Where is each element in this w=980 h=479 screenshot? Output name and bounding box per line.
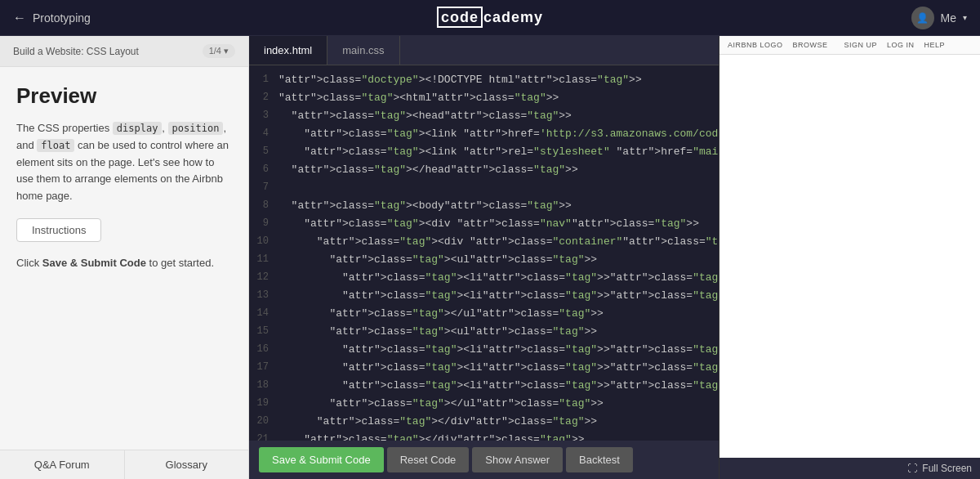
line-content: "attr">class="tag"><link "attr">rel="sty… bbox=[278, 144, 719, 161]
sidebar-header: Build a Website: CSS Layout 1/4 ▾ bbox=[0, 36, 248, 67]
line-number: 4 bbox=[249, 126, 278, 141]
code-line: 8 "attr">class="tag"><body"attr">class="… bbox=[249, 198, 719, 216]
preview-nav: AIRBNB LOGO BROWSE SIGN UP LOG IN HELP bbox=[719, 36, 980, 55]
sidebar-content: Preview The CSS properties display, posi… bbox=[0, 67, 248, 450]
instruction-text2: to get started. bbox=[146, 257, 214, 269]
line-number: 1 bbox=[249, 72, 278, 87]
desc-text2: , bbox=[162, 122, 167, 134]
fullscreen-icon: ⛶ bbox=[907, 463, 917, 474]
line-content: "attr">class="tag"></div"attr">class="ta… bbox=[278, 432, 719, 441]
preview-browse-link[interactable]: BROWSE bbox=[793, 41, 828, 49]
code-area: index.html main.css 1"attr">class="docty… bbox=[249, 36, 719, 479]
line-content: "attr">class="tag"><li"attr">class="tag"… bbox=[278, 288, 719, 305]
line-content: "attr">class="tag"><ul"attr">class="tag"… bbox=[278, 324, 719, 341]
code-line: 5 "attr">class="tag"><link "attr">rel="s… bbox=[249, 144, 719, 162]
line-number: 3 bbox=[249, 108, 278, 123]
code-editor[interactable]: 1"attr">class="doctype"><!DOCTYPE html"a… bbox=[249, 65, 719, 441]
tab-index-html[interactable]: index.html bbox=[249, 36, 327, 65]
line-content: "attr">class="tag"><link "attr">href='ht… bbox=[278, 126, 719, 143]
line-content: "attr">class="tag"></ul"attr">class="tag… bbox=[278, 396, 719, 413]
line-content: "attr">class="tag"><li"attr">class="tag"… bbox=[278, 342, 719, 359]
code-line: 13 "attr">class="tag"><li"attr">class="t… bbox=[249, 288, 719, 306]
instructions-button[interactable]: Instructions bbox=[16, 218, 101, 242]
line-number: 6 bbox=[249, 162, 278, 177]
line-number: 10 bbox=[249, 234, 278, 249]
line-content: "attr">class="tag"><body"attr">class="ta… bbox=[278, 198, 719, 215]
preview-content: AIRBNB LOGO BROWSE SIGN UP LOG IN HELP bbox=[719, 36, 980, 458]
reset-button[interactable]: Reset Code bbox=[387, 447, 470, 472]
line-number: 21 bbox=[249, 432, 278, 441]
back-arrow-icon: ← bbox=[13, 11, 26, 25]
line-content: "attr">class="tag"></div"attr">class="ta… bbox=[278, 414, 719, 431]
code-line: 18 "attr">class="tag"><li"attr">class="t… bbox=[249, 378, 719, 396]
code-line: 11 "attr">class="tag"><ul"attr">class="t… bbox=[249, 252, 719, 270]
line-content: "attr">class="tag"><html"attr">class="ta… bbox=[278, 90, 719, 107]
line-content: "attr">class="tag"><head"attr">class="ta… bbox=[278, 108, 719, 125]
line-content: "attr">class="doctype"><!DOCTYPE html"at… bbox=[278, 72, 719, 89]
code-line: 20 "attr">class="tag"></div"attr">class=… bbox=[249, 414, 719, 432]
user-dropdown-arrow-icon[interactable]: ▾ bbox=[963, 13, 967, 22]
code-line: 17 "attr">class="tag"><li"attr">class="t… bbox=[249, 360, 719, 378]
fullscreen-label: Full Screen bbox=[922, 463, 972, 474]
line-content: "attr">class="tag"><div "attr">class="co… bbox=[278, 234, 719, 251]
line-content: "attr">class="tag"></head"attr">class="t… bbox=[278, 162, 719, 179]
instruction-text1: Click bbox=[16, 257, 42, 269]
top-nav: ← Prototyping codecademy 👤 Me ▾ bbox=[0, 0, 980, 36]
sidebar-section-title: Preview bbox=[16, 83, 232, 109]
line-number: 15 bbox=[249, 324, 278, 339]
code-line: 2"attr">class="tag"><html"attr">class="t… bbox=[249, 90, 719, 108]
codecademy-logo: codecademy bbox=[437, 9, 543, 25]
preview-help-link[interactable]: HELP bbox=[924, 41, 946, 49]
code-line: 16 "attr">class="tag"><li"attr">class="t… bbox=[249, 342, 719, 360]
line-number: 12 bbox=[249, 270, 278, 285]
preview-signup-link[interactable]: SIGN UP bbox=[844, 41, 878, 49]
logo-container: codecademy bbox=[437, 9, 543, 26]
show-answer-button[interactable]: Show Answer bbox=[472, 447, 563, 472]
code-line: 3 "attr">class="tag"><head"attr">class="… bbox=[249, 108, 719, 126]
line-content: "attr">class="tag"><li"attr">class="tag"… bbox=[278, 378, 719, 395]
line-number: 11 bbox=[249, 252, 278, 267]
back-nav[interactable]: ← Prototyping bbox=[13, 11, 91, 25]
user-avatar: 👤 bbox=[911, 7, 934, 29]
sidebar-description: The CSS properties display, position, an… bbox=[16, 120, 232, 205]
left-sidebar: Build a Website: CSS Layout 1/4 ▾ Previe… bbox=[0, 36, 249, 479]
line-number: 8 bbox=[249, 198, 278, 213]
tab-main-css[interactable]: main.css bbox=[327, 36, 399, 65]
submit-button[interactable]: Save & Submit Code bbox=[259, 447, 384, 472]
line-number: 2 bbox=[249, 90, 278, 105]
line-number: 18 bbox=[249, 378, 278, 393]
code-line: 1"attr">class="doctype"><!DOCTYPE html"a… bbox=[249, 72, 719, 90]
line-content: "attr">class="tag"></ul"attr">class="tag… bbox=[278, 306, 719, 323]
desc-text1: The CSS properties bbox=[16, 122, 113, 134]
preview-airbnb-logo[interactable]: AIRBNB LOGO bbox=[728, 41, 783, 49]
line-number: 14 bbox=[249, 306, 278, 321]
code-line: 12 "attr">class="tag"><li"attr">class="t… bbox=[249, 270, 719, 288]
preview-panel: AIRBNB LOGO BROWSE SIGN UP LOG IN HELP ⛶… bbox=[719, 36, 980, 479]
line-content: "attr">class="tag"><ul"attr">class="tag"… bbox=[278, 252, 719, 269]
fullscreen-bar[interactable]: ⛶ Full Screen bbox=[719, 458, 980, 479]
code-line: 6 "attr">class="tag"></head"attr">class=… bbox=[249, 162, 719, 180]
main-content: Build a Website: CSS Layout 1/4 ▾ Previe… bbox=[0, 36, 980, 479]
preview-nav-right: SIGN UP LOG IN HELP bbox=[844, 41, 946, 49]
line-number: 13 bbox=[249, 288, 278, 303]
bottom-bar: Save & Submit Code Reset Code Show Answe… bbox=[249, 441, 719, 479]
preview-nav-left: AIRBNB LOGO BROWSE bbox=[728, 41, 828, 49]
user-name: Me bbox=[941, 11, 956, 25]
code-line: 15 "attr">class="tag"><ul"attr">class="t… bbox=[249, 324, 719, 342]
code-position: position bbox=[168, 122, 224, 135]
code-display: display bbox=[113, 122, 163, 135]
line-content: "attr">class="tag"><li"attr">class="tag"… bbox=[278, 360, 719, 377]
nav-right: 👤 Me ▾ bbox=[911, 7, 967, 29]
instruction-bold: Save & Submit Code bbox=[42, 257, 146, 269]
line-number: 16 bbox=[249, 342, 278, 357]
code-line: 14 "attr">class="tag"></ul"attr">class="… bbox=[249, 306, 719, 324]
code-line: 10 "attr">class="tag"><div "attr">class=… bbox=[249, 234, 719, 252]
tabs-bar: index.html main.css bbox=[249, 36, 719, 65]
line-content: "attr">class="tag"><li"attr">class="tag"… bbox=[278, 270, 719, 287]
sidebar-progress-badge[interactable]: 1/4 ▾ bbox=[203, 44, 235, 58]
glossary-button[interactable]: Glossary bbox=[125, 450, 249, 479]
qa-forum-button[interactable]: Q&A Forum bbox=[0, 450, 125, 479]
preview-login-link[interactable]: LOG IN bbox=[887, 41, 915, 49]
line-content: "attr">class="tag"><div "attr">class="na… bbox=[278, 216, 719, 233]
backtest-button[interactable]: Backtest bbox=[566, 447, 633, 472]
